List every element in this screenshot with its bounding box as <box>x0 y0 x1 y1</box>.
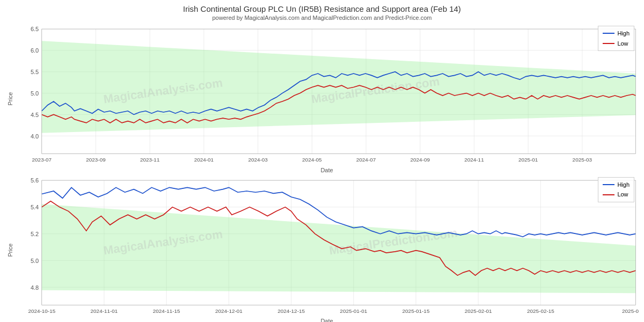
chart2-high-line <box>603 184 614 185</box>
svg-text:5.0: 5.0 <box>31 257 39 264</box>
chart1-high-label: High <box>617 28 630 39</box>
chart1-y-label: Price <box>5 23 15 174</box>
svg-text:6.5: 6.5 <box>31 26 39 32</box>
svg-text:2025-01-15: 2025-01-15 <box>402 308 430 313</box>
chart2-legend-low: Low <box>603 189 630 200</box>
chart1-container: Price <box>5 23 639 174</box>
svg-text:5.5: 5.5 <box>31 69 39 75</box>
svg-text:2024-12-15: 2024-12-15 <box>277 308 305 313</box>
svg-text:2023-09: 2023-09 <box>86 157 106 163</box>
charts-wrapper: Price <box>5 23 639 322</box>
chart2-x-label: Date <box>15 317 639 322</box>
chart2-svg: 5.6 5.4 5.2 5.0 4.8 2024-10-15 2024-11-0… <box>15 174 639 317</box>
svg-text:2024-11-15: 2024-11-15 <box>153 308 180 313</box>
chart1-legend: High Low <box>598 26 634 51</box>
chart1-legend-low: Low <box>603 39 630 49</box>
chart2-high-label: High <box>617 180 630 190</box>
svg-text:2023-11: 2023-11 <box>140 157 160 163</box>
main-title: Irish Continental Group PLC Un (IR5B) Re… <box>183 4 461 13</box>
svg-text:2024-07: 2024-07 <box>356 157 376 163</box>
svg-text:2024-03: 2024-03 <box>248 157 268 163</box>
svg-text:2024-05: 2024-05 <box>302 157 322 163</box>
chart1-high-line <box>603 33 614 34</box>
svg-marker-36 <box>42 41 636 133</box>
svg-text:2025-02-15: 2025-02-15 <box>527 308 554 313</box>
svg-text:2025-02-01: 2025-02-01 <box>465 308 492 313</box>
chart1-x-label: Date <box>15 166 639 174</box>
svg-text:2024-12-01: 2024-12-01 <box>215 308 243 313</box>
svg-text:5.0: 5.0 <box>31 90 39 97</box>
svg-text:2024-11: 2024-11 <box>464 157 484 163</box>
chart2-y-label: Price <box>5 174 15 322</box>
subtitle: powered by MagicalAnalysis.com and Magic… <box>212 14 431 21</box>
chart2-container: Price <box>5 174 639 322</box>
svg-text:2024-11-01: 2024-11-01 <box>91 308 118 313</box>
svg-text:2025-01: 2025-01 <box>518 157 538 163</box>
svg-text:5.2: 5.2 <box>31 231 39 237</box>
svg-text:4.0: 4.0 <box>31 133 39 140</box>
chart1-svg: 6.5 6.0 5.5 5.0 4.5 4.0 2023-07 2023-09 … <box>15 23 639 166</box>
chart2-low-label: Low <box>617 189 628 200</box>
chart1-low-label: Low <box>617 39 628 49</box>
svg-text:2025-03-01: 2025-03-01 <box>622 308 639 313</box>
svg-text:5.6: 5.6 <box>31 177 39 184</box>
page-container: Irish Continental Group PLC Un (IR5B) Re… <box>0 0 644 322</box>
svg-text:5.4: 5.4 <box>31 204 39 210</box>
chart1-legend-high: High <box>603 28 630 39</box>
chart2-legend: High Low <box>598 177 634 202</box>
svg-text:6.0: 6.0 <box>31 47 39 54</box>
chart1-low-line <box>603 43 614 44</box>
svg-text:2024-10-15: 2024-10-15 <box>28 308 55 313</box>
svg-text:4.5: 4.5 <box>31 112 39 118</box>
svg-text:4.8: 4.8 <box>31 284 39 290</box>
svg-text:2024-01: 2024-01 <box>194 157 214 163</box>
chart2-inner: 5.6 5.4 5.2 5.0 4.8 2024-10-15 2024-11-0… <box>15 174 639 322</box>
svg-text:2024-09: 2024-09 <box>411 157 430 163</box>
svg-text:2025-03: 2025-03 <box>573 157 592 163</box>
svg-text:2023-07: 2023-07 <box>32 157 52 163</box>
svg-text:2025-01-01: 2025-01-01 <box>340 308 367 313</box>
chart2-legend-high: High <box>603 180 630 190</box>
chart2-low-line <box>603 194 614 195</box>
chart1-inner: 6.5 6.0 5.5 5.0 4.5 4.0 2023-07 2023-09 … <box>15 23 639 174</box>
